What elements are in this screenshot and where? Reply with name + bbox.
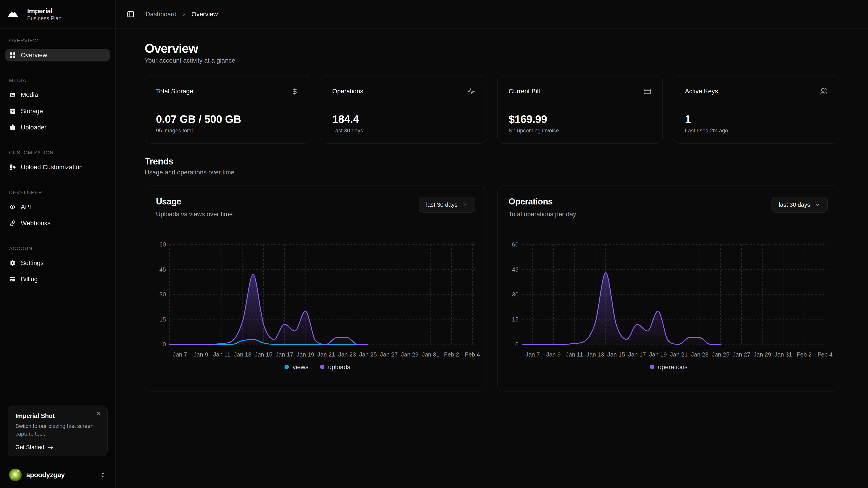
svg-text:Jan 11: Jan 11 (566, 351, 583, 358)
svg-text:0: 0 (515, 341, 519, 348)
code-icon (9, 203, 16, 210)
page-title: Overview (145, 41, 839, 55)
link-icon (9, 220, 16, 227)
promo-title: Imperial Shot (16, 412, 100, 420)
sidebar-toggle-icon[interactable] (127, 10, 135, 18)
stat-value: 184.4 (332, 113, 475, 125)
svg-text:Jan 11: Jan 11 (213, 351, 230, 358)
sidebar-group-label: MEDIA (5, 76, 110, 85)
sidebar-item-label: Overview (21, 52, 47, 59)
range-select-usage[interactable]: last 30 days (419, 197, 475, 213)
svg-text:Jan 13: Jan 13 (586, 351, 604, 358)
svg-text:Jan 17: Jan 17 (276, 351, 293, 358)
svg-text:operations: operations (658, 363, 688, 370)
breadcrumb: Dashboard Overview (146, 11, 218, 18)
sidebar-item-label: Billing (21, 275, 38, 283)
range-select-operations[interactable]: last 30 days (772, 197, 828, 213)
svg-text:Jan 17: Jan 17 (628, 351, 646, 358)
sidebar-group-developer: DEVELOPERAPIWebhooks (5, 188, 110, 230)
archive-icon (9, 107, 16, 115)
stat-card-active-keys: Active Keys1Last used 2m ago (674, 75, 839, 144)
chart-area: 015304560Jan 7Jan 9Jan 11Jan 13Jan 15Jan… (508, 235, 835, 375)
svg-text:Jan 27: Jan 27 (733, 351, 750, 358)
sidebar-item-upload-customization[interactable]: Upload Customization (5, 161, 110, 173)
stat-title: Current Bill (508, 88, 540, 95)
page-content: Overview Your account activity at a glan… (116, 29, 868, 488)
chart-plot-0: 015304560Jan 7Jan 9Jan 11Jan 13Jan 15Jan… (156, 235, 480, 375)
sidebar-item-uploader[interactable]: Uploader (5, 121, 110, 134)
sidebar-item-label: Upload Customization (21, 164, 83, 171)
palette-icon (9, 164, 16, 171)
grid-icon (9, 52, 16, 59)
page-subtitle: Your account activity at a glance. (145, 57, 839, 64)
stat-title: Active Keys (685, 88, 718, 95)
svg-text:Jan 7: Jan 7 (173, 351, 187, 358)
stat-card-current-bill: Current Bill$169.99No upcoming invoice (497, 75, 663, 144)
promo-close-icon[interactable] (95, 411, 102, 417)
sidebar-group-label: CUSTOMIZATION (5, 148, 110, 157)
upload-icon (9, 124, 16, 131)
breadcrumb-dashboard[interactable]: Dashboard (146, 11, 177, 18)
sidebar-item-storage[interactable]: Storage (5, 105, 110, 118)
sidebar-group-overview: OVERVIEWOverview (5, 36, 110, 61)
svg-text:Jan 27: Jan 27 (380, 351, 398, 358)
trends-title: Trends (145, 156, 839, 166)
stats-row: Total Storage0.07 GB / 500 GB95 images t… (145, 75, 839, 144)
charts-row: UsageUploads vs views over timelast 30 d… (145, 186, 839, 392)
sidebar-group-media: MEDIAMediaStorageUploader (5, 76, 110, 134)
svg-text:views: views (292, 363, 308, 370)
chart-area: 015304560Jan 7Jan 9Jan 11Jan 13Jan 15Jan… (156, 235, 483, 375)
promo-card: Imperial Shot Switch to our blazing fast… (8, 405, 107, 456)
stat-subtext: 95 images total (156, 127, 299, 134)
sidebar-nav: OVERVIEWOverviewMEDIAMediaStorageUploade… (0, 29, 115, 289)
chevrons-up-down-icon (99, 471, 106, 478)
sidebar-item-settings[interactable]: Settings (5, 257, 110, 269)
stat-subtext: Last 30 days (332, 127, 475, 134)
sidebar-item-media[interactable]: Media (5, 89, 110, 101)
sidebar-item-label: API (21, 203, 31, 210)
arrow-right-icon (48, 444, 54, 451)
sidebar-group-label: DEVELOPER (5, 188, 110, 197)
svg-text:15: 15 (512, 316, 519, 323)
stat-title: Total Storage (156, 88, 193, 95)
app-root: Imperial Business Plan OVERVIEWOverviewM… (0, 0, 868, 488)
sidebar-item-overview[interactable]: Overview (5, 49, 110, 61)
svg-text:Jan 23: Jan 23 (691, 351, 708, 358)
sidebar-item-billing[interactable]: Billing (5, 273, 110, 286)
gear-icon (9, 259, 16, 267)
promo-get-started-link[interactable]: Get Started (16, 444, 100, 451)
chevron-down-icon (462, 202, 468, 207)
svg-text:30: 30 (159, 291, 166, 298)
sidebar-item-label: Webhooks (21, 220, 51, 227)
sidebar-item-webhooks[interactable]: Webhooks (5, 217, 110, 230)
stat-value: $169.99 (508, 113, 651, 125)
user-name: spoodyzgay (26, 471, 95, 479)
card-icon (9, 275, 16, 283)
sidebar-item-api[interactable]: API (5, 201, 110, 213)
chart-plot-1: 015304560Jan 7Jan 9Jan 11Jan 13Jan 15Jan… (508, 235, 832, 375)
svg-text:Jan 9: Jan 9 (546, 351, 561, 358)
brand-plan: Business Plan (27, 15, 61, 22)
chart-card-usage: UsageUploads vs views over timelast 30 d… (145, 186, 487, 392)
svg-text:0: 0 (163, 341, 166, 348)
svg-text:Jan 21: Jan 21 (317, 351, 335, 358)
dollar-icon (291, 87, 299, 95)
promo-cta-label: Get Started (16, 444, 44, 451)
user-menu[interactable]: spoodyzgay (0, 462, 115, 488)
stat-subtext: Last used 2m ago (685, 127, 828, 134)
svg-text:Feb 4: Feb 4 (817, 351, 833, 358)
stat-title: Operations (332, 88, 363, 95)
sidebar-group-label: OVERVIEW (5, 36, 110, 45)
svg-text:Feb 4: Feb 4 (465, 351, 480, 358)
sidebar-item-label: Settings (21, 259, 43, 267)
sidebar-group-customization: CUSTOMIZATIONUpload Customization (5, 148, 110, 173)
svg-text:Jan 31: Jan 31 (422, 351, 439, 358)
svg-text:Jan 23: Jan 23 (338, 351, 356, 358)
svg-text:uploads: uploads (328, 363, 350, 370)
image-icon (9, 91, 16, 98)
svg-text:Jan 29: Jan 29 (754, 351, 771, 358)
stat-value: 1 (685, 113, 828, 125)
svg-text:Feb 2: Feb 2 (444, 351, 459, 358)
stat-card-total-storage: Total Storage0.07 GB / 500 GB95 images t… (145, 75, 310, 144)
svg-text:45: 45 (512, 266, 519, 273)
